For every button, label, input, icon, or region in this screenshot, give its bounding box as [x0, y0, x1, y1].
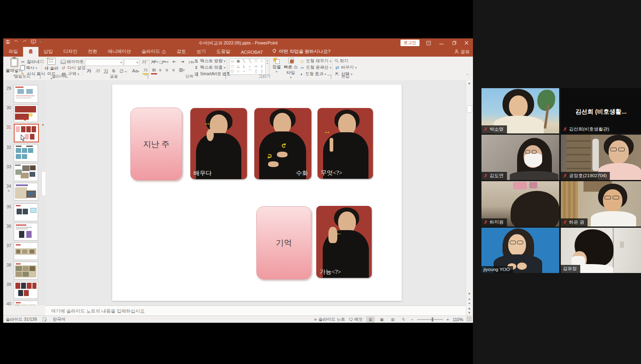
scrollbar-thumb[interactable] — [467, 106, 472, 113]
login-button[interactable]: 로그인 — [400, 40, 420, 46]
close-button[interactable] — [461, 38, 472, 47]
photo-sign-language[interactable]: ↻ ↻ 수화 — [254, 108, 311, 179]
slide-number-indicator[interactable]: 슬라이드 31/139 — [6, 317, 37, 322]
thumbnail-slide-29[interactable]: 29 — [3, 85, 45, 103]
notes-scroll-up-icon[interactable]: ▲ — [467, 307, 472, 310]
participant-tile-kimseonhui[interactable]: 김선희 (비호생활... 김선희(비호생활관) — [561, 88, 641, 133]
thumbnail-slide-34[interactable]: 34 ✶ — [3, 183, 45, 201]
participant-tile-jiyoung-yoo-active-speaker[interactable]: jiyoung YOO — [481, 228, 559, 273]
memo-toggle-button[interactable]: 🗨메모 — [349, 317, 363, 322]
shape-effects-button[interactable]: ◐도형 효과▾ — [300, 71, 326, 77]
zoom-level[interactable]: 110% — [453, 317, 463, 322]
highlight-color-icon[interactable]: 가 — [143, 67, 149, 74]
photo-learn[interactable]: ↔ 배우다 — [190, 108, 247, 179]
decrease-indent-icon[interactable]: ⇤ — [172, 59, 177, 64]
language-indicator[interactable]: 한국어 — [53, 317, 66, 322]
zoom-slider-thumb[interactable] — [432, 317, 433, 322]
thumbnail-slide-30[interactable]: 30 — [3, 104, 45, 122]
zoom-out-icon[interactable]: − — [411, 317, 413, 322]
thumbnail-slide-39[interactable]: 39 — [3, 281, 45, 299]
tab-design[interactable]: 디자인 — [58, 47, 83, 57]
tab-file[interactable]: 파일 — [3, 47, 23, 57]
numbering-icon[interactable]: ≕▾ — [162, 59, 169, 64]
columns-icon[interactable]: ▥▾ — [178, 67, 185, 72]
reset-button[interactable]: ↺다시 설정 — [61, 65, 85, 71]
notes-toggle-button[interactable]: ≐슬라이드 노트 — [313, 317, 345, 322]
participant-tile-haeunkwon[interactable]: 하은 권 — [561, 181, 641, 226]
tab-animations[interactable]: 애니메이션 — [102, 47, 136, 57]
align-text-button[interactable]: ⇕텍스트 맞춤▾ — [194, 65, 226, 70]
spellcheck-icon[interactable] — [43, 317, 47, 322]
shape-fill-button[interactable]: ◇도형 채우기▾ — [300, 58, 331, 64]
paragraph-dialog-launcher[interactable] — [222, 75, 226, 79]
font-size-combobox[interactable]: ▾ — [124, 59, 139, 66]
increase-indent-icon[interactable]: ⇥ — [179, 59, 185, 64]
slideshow-view-button[interactable]: モ — [400, 316, 407, 322]
thumbnail-scroll-up-icon[interactable]: ▲ — [41, 123, 45, 127]
card-memory[interactable]: 기억 — [256, 206, 311, 279]
share-button[interactable]: 공유 — [454, 49, 470, 55]
tab-acrobat[interactable]: ACROBAT — [236, 48, 268, 57]
thumbnail-slide-40[interactable]: 40 — [3, 301, 45, 305]
quick-styles-button[interactable]: 빠른 스타일▾ — [283, 58, 298, 79]
thumbnail-slide-36[interactable]: 36 — [3, 223, 45, 241]
zoom-slider[interactable] — [417, 319, 443, 320]
slide[interactable]: 지난 주 ↔ 배우다 ↻ ↻ 수화 — [112, 85, 402, 301]
thumbnail-slide-32[interactable]: 32 — [3, 144, 45, 162]
slide-sorter-view-button[interactable]: ▦ — [378, 317, 385, 322]
shape-gallery-scroll[interactable]: ▴▾ — [265, 59, 269, 75]
tab-view[interactable]: 보기 — [191, 47, 211, 57]
participant-tile-kimyujeong[interactable]: 김유정 — [561, 228, 641, 273]
notes-pane[interactable]: 여기에 슬라이드 노트의 내용을 입력하십시오 ▲ ▼ — [45, 305, 466, 316]
participant-tile-gongjeongho[interactable]: 공정호(21902704) — [561, 135, 641, 180]
shape-outline-button[interactable]: ▱도형 윤곽선▾ — [300, 65, 331, 70]
tab-transitions[interactable]: 전환 — [83, 47, 102, 57]
bold-icon[interactable]: 가 — [86, 68, 92, 74]
participant-tile-hajiwon[interactable]: 하지원 — [481, 181, 559, 226]
participant-tile-parksoyoung[interactable]: 박소영 — [481, 88, 559, 133]
char-spacing-icon[interactable]: 간↔ — [118, 68, 129, 74]
notes-placeholder[interactable]: 여기에 슬라이드 노트의 내용을 입력하십시오 — [51, 308, 145, 314]
tab-home[interactable]: 홈 — [23, 47, 38, 57]
strikethrough-icon[interactable]: S — [111, 68, 116, 73]
reading-view-button[interactable]: ▥ — [389, 317, 396, 322]
tab-review[interactable]: 검토 — [171, 47, 191, 57]
shape-gallery[interactable]: ▭▣╲╲□○ □△L⌐⇨⇩ ⬠☆～⌒{} — [229, 59, 266, 75]
italic-icon[interactable]: 가 — [94, 68, 100, 74]
notes-scrollbar[interactable]: ▲ ▼ — [466, 306, 473, 316]
font-name-combobox[interactable]: ▾ — [85, 59, 123, 66]
photo-what[interactable]: ↔ 무엇<?> — [317, 108, 373, 179]
copy-button[interactable]: 복사▾ — [20, 65, 37, 71]
minimize-button[interactable] — [436, 38, 447, 47]
thumbnail-slide-38[interactable]: 38 — [3, 262, 45, 279]
restore-button[interactable] — [449, 38, 460, 47]
arrange-button[interactable]: 정렬▾ — [270, 58, 283, 74]
zoom-in-icon[interactable]: + — [447, 317, 449, 322]
tab-insert[interactable]: 삽입 — [38, 47, 58, 57]
thumbnail-slide-37[interactable]: 37 — [3, 242, 45, 260]
justify-icon[interactable]: ≡ — [171, 68, 175, 72]
tab-slideshow[interactable]: 슬라이드 쇼 — [136, 47, 172, 57]
notes-scroll-down-icon[interactable]: ▼ — [467, 311, 472, 315]
font-dialog-launcher[interactable] — [144, 75, 148, 79]
change-case-icon[interactable]: Aa▾ — [131, 68, 140, 73]
cut-button[interactable]: ✂잘라내기 — [20, 59, 44, 65]
underline-icon[interactable]: 가 — [103, 68, 109, 74]
previous-slide-icon[interactable]: ⏶ — [467, 297, 472, 301]
align-left-icon[interactable]: ≡ — [151, 68, 155, 72]
photo-can[interactable]: ← 가능<?> — [316, 206, 372, 278]
thumbnail-slide-31-selected[interactable]: 31 — [3, 124, 45, 142]
tell-me-search[interactable]: 어떤 작업을 원하시나요? — [268, 47, 334, 57]
thumbnail-slide-33[interactable]: 33 — [3, 163, 45, 181]
next-slide-icon[interactable]: ⏷ — [467, 302, 472, 306]
clipboard-dialog-launcher[interactable] — [36, 75, 40, 79]
participant-tile-kimdoyeon[interactable]: 김도연 — [481, 135, 559, 180]
slide-scrollbar[interactable]: ▲ ▼ ⏶ ⏷ — [466, 80, 473, 305]
scroll-down-icon[interactable]: ▼ — [467, 292, 472, 296]
card-last-week[interactable]: 지난 주 — [130, 108, 182, 180]
scroll-up-icon[interactable]: ▲ — [467, 81, 472, 85]
tab-help[interactable]: 도움말 — [211, 47, 236, 57]
align-right-icon[interactable]: ≡ — [165, 68, 169, 72]
bullets-icon[interactable]: ≔▾ — [151, 59, 159, 64]
text-direction-button[interactable]: ⇅텍스트 방향▾ — [194, 58, 226, 64]
